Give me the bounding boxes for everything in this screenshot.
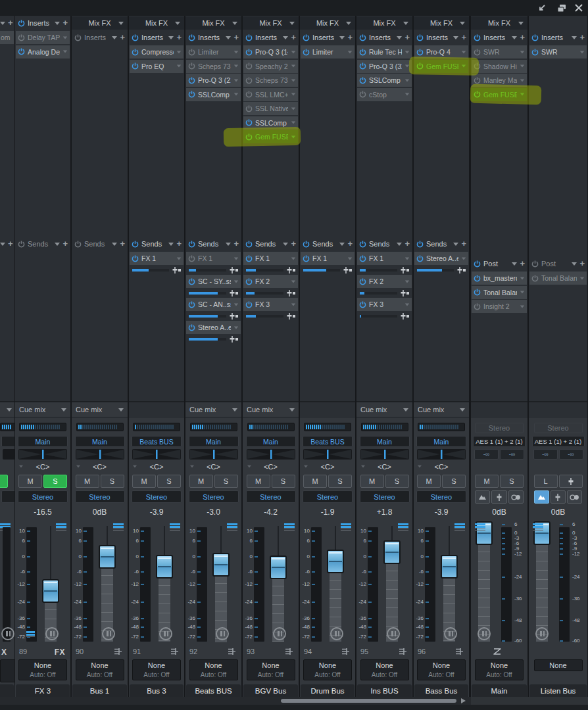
icon-button-fader[interactable] [551,490,566,504]
insert-slot[interactable]: Limiter [301,45,355,59]
add-slot-icon[interactable]: + [233,34,239,41]
fader-cap[interactable] [99,545,116,569]
insert-slot[interactable]: Speachy 2 [243,60,298,73]
rack-collapse-icon[interactable] [0,243,5,246]
rack-collapse-icon[interactable] [453,36,458,39]
send-fader-handle-icon[interactable] [230,336,235,343]
power-icon[interactable] [245,278,253,285]
insert-slot[interactable]: Gem FUSE [243,130,298,143]
automation-slot[interactable]: NoneAuto: Off [360,659,409,680]
send-level-slider[interactable] [186,335,241,343]
rack-collapse-icon[interactable] [55,243,60,246]
solo-button[interactable] [0,475,8,488]
insert-slot[interactable]: Pro-Q 4 [414,45,468,59]
meter-options-icon[interactable] [284,523,295,531]
insert-slot[interactable]: Analog Delay [16,45,70,59]
power-icon[interactable] [18,241,25,248]
insert-slot[interactable]: Shadow Hills.. [472,60,527,73]
add-slot-icon[interactable]: + [291,34,296,41]
add-slot-icon[interactable]: + [233,241,239,247]
add-slot-icon[interactable]: + [347,241,353,247]
channel-name[interactable]: Listen Bus [529,684,587,697]
add-slot-icon[interactable]: + [461,34,466,41]
meter-options-icon[interactable] [454,523,465,531]
channel-mode-button[interactable]: Stereo [132,490,182,503]
meter-mode-icon[interactable] [330,627,343,640]
send-slot[interactable]: FX 1 [130,252,184,265]
chevron-down-icon[interactable] [118,408,124,412]
send-fader-handle-icon[interactable] [287,267,292,273]
power-icon[interactable] [188,301,195,308]
meter-mode-icon[interactable] [1,627,14,640]
power-icon[interactable] [74,241,82,248]
horizontal-scrollbar[interactable] [0,697,471,705]
chevron-down-icon[interactable] [405,93,409,96]
chevron-down-icon[interactable] [348,257,352,260]
chevron-down-icon[interactable] [234,326,238,329]
chevron-down-icon[interactable] [291,257,295,260]
mute-button[interactable]: M [303,475,327,488]
solo-button[interactable]: S [43,475,67,488]
mixfx-header[interactable]: Mix FX [243,16,299,30]
rack-collapse-icon[interactable] [397,36,402,39]
power-icon[interactable] [303,49,310,56]
automation-slot[interactable]: NoneAuto: Off [76,659,124,680]
scroll-right-arrow-icon[interactable] [461,698,466,703]
add-slot-icon[interactable]: + [291,241,296,247]
output-select-button[interactable]: Main [360,436,410,447]
output-select-button[interactable] [1,436,14,447]
insert-slot[interactable]: Gem FUSE [472,88,527,101]
add-slot-icon[interactable]: + [404,241,410,247]
chevron-down-icon[interactable] [291,65,295,68]
fader-value[interactable]: 0dB [72,508,128,517]
fader-cap[interactable] [156,555,173,579]
mute-button[interactable]: M [132,475,156,488]
power-icon[interactable] [245,241,253,248]
meter-options-icon[interactable] [113,523,124,531]
meter-options-icon[interactable] [170,523,180,531]
automation-slot[interactable]: NoneAuto: Off [475,659,524,680]
chevron-down-icon[interactable] [289,408,295,412]
listen-l-button[interactable]: L [534,475,558,488]
chevron-down-icon[interactable] [460,408,465,412]
automation-slot[interactable]: NoneAuto: Off [303,659,352,680]
mixfx-header[interactable]: Mix FX [300,16,355,30]
insert-slot[interactable]: Tonal Balanc.. [472,286,527,299]
output-select-button[interactable]: Beats BUS [132,436,182,447]
send-fader-handle-icon[interactable] [343,267,349,273]
channel-name[interactable]: FX 3 [16,684,70,697]
power-icon[interactable] [359,91,366,98]
insert-slot[interactable]: bx_masterde.. [472,272,527,285]
fader-value[interactable]: +1.8 [356,508,412,517]
icon-button-mountain[interactable] [475,490,490,504]
pan-options-icon[interactable] [361,465,365,468]
fader-value[interactable]: 0dB [471,508,527,517]
insert-slot[interactable]: Scheps 73 S.. [243,74,298,87]
power-icon[interactable] [474,62,481,70]
power-icon[interactable] [188,91,195,98]
send-slot[interactable]: SC - SY..ssor [186,275,241,288]
pan-value[interactable]: <C> [189,462,238,471]
chevron-down-icon[interactable] [291,303,295,306]
power-icon[interactable] [188,255,195,262]
pan-control[interactable] [417,449,466,460]
pan-control[interactable] [3,449,14,460]
pan-value[interactable]: <C> [18,462,67,471]
pan-value[interactable]: <C> [417,462,466,471]
insert-slot[interactable]: SSL LMC+ [243,88,298,101]
fader-track[interactable] [478,533,490,642]
insert-slot[interactable]: SWR [529,45,587,59]
chevron-down-icon[interactable] [462,65,466,68]
fader-value[interactable]: -16.5 [15,508,70,517]
power-icon[interactable] [245,301,253,308]
meter-options-icon[interactable] [398,523,408,531]
channel-name[interactable]: Bass Bus [414,684,468,697]
power-icon[interactable] [245,62,253,70]
chevron-down-icon[interactable] [118,22,124,25]
mute-button[interactable]: M [76,475,99,488]
chevron-down-icon[interactable] [520,277,524,279]
fader-cap[interactable] [212,553,230,577]
automation-slot[interactable]: NoneAuto: Off [132,659,181,680]
insert-slot[interactable]: Pro-Q 3 (14) [243,45,298,59]
chevron-down-icon[interactable] [7,408,12,412]
